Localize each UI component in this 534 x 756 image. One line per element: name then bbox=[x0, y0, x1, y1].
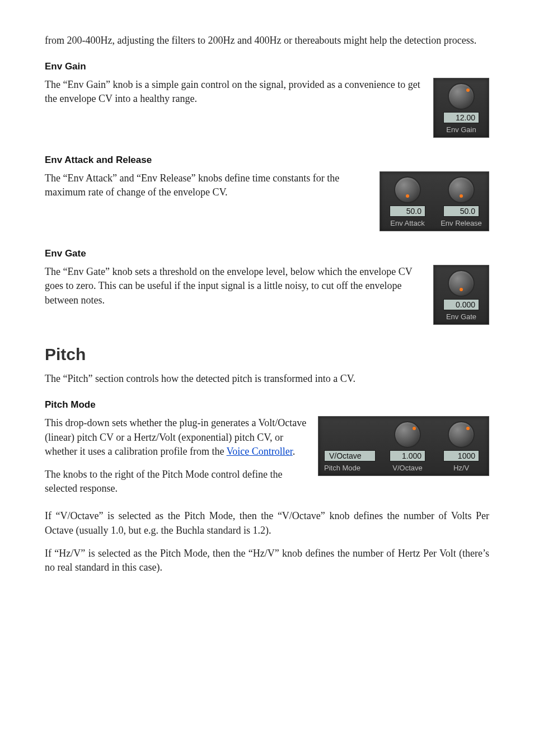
knob-indicator-icon bbox=[406, 194, 409, 198]
env-ar-heading: Env Attack and Release bbox=[45, 155, 489, 166]
pitch-mode-p1b: . bbox=[293, 446, 296, 457]
intro-paragraph: from 200-400Hz, adjusting the filters to… bbox=[45, 34, 489, 48]
env-gain-heading: Env Gain bbox=[45, 61, 489, 72]
env-ar-block: 50.0 Env Attack 50.0 Env Release The “En… bbox=[45, 171, 489, 235]
voice-controller-link[interactable]: Voice Controller bbox=[227, 446, 293, 457]
env-gain-value[interactable]: 12.00 bbox=[443, 112, 479, 123]
pitch-mode-col: V/Octave Pitch Mode bbox=[324, 423, 376, 472]
env-gate-value[interactable]: 0.000 bbox=[443, 299, 479, 310]
env-gain-text: The “Env Gain” knob is a simple gain con… bbox=[45, 78, 489, 106]
env-gain-knob[interactable] bbox=[448, 83, 475, 110]
hz-v-knob[interactable] bbox=[448, 421, 475, 448]
env-gate-text: The “Env Gate” knob sets a threshold on … bbox=[45, 265, 489, 307]
env-attack-value[interactable]: 50.0 bbox=[390, 206, 425, 217]
pitch-mode-widget: V/Octave Pitch Mode 1.000 V/Octave 1000 … bbox=[318, 416, 489, 476]
env-gain-knob-col: 12.00 Env Gain bbox=[439, 83, 483, 134]
env-gain-block: 12.00 Env Gain The “Env Gain” knob is a … bbox=[45, 78, 489, 141]
env-release-value[interactable]: 50.0 bbox=[443, 206, 479, 217]
knob-indicator-icon bbox=[460, 288, 463, 291]
env-gain-widget: 12.00 Env Gain bbox=[433, 78, 489, 138]
env-release-knob[interactable] bbox=[448, 176, 475, 203]
env-ar-widget: 50.0 Env Attack 50.0 Env Release bbox=[380, 171, 489, 231]
env-gain-label: Env Gain bbox=[446, 125, 476, 134]
env-gate-col: 0.000 Env Gate bbox=[439, 270, 483, 321]
pitch-heading: Pitch bbox=[45, 345, 489, 364]
pitch-mode-dropdown[interactable]: V/Octave bbox=[324, 450, 376, 461]
env-gate-label: Env Gate bbox=[446, 312, 476, 321]
hz-v-label: Hz/V bbox=[453, 464, 469, 472]
document-page: from 200-400Hz, adjusting the filters to… bbox=[0, 0, 534, 756]
env-release-label: Env Release bbox=[441, 219, 482, 227]
env-gate-heading: Env Gate bbox=[45, 248, 489, 259]
pitch-mode-block: V/Octave Pitch Mode 1.000 V/Octave 1000 … bbox=[45, 416, 489, 505]
pitch-mode-heading: Pitch Mode bbox=[45, 399, 489, 410]
knob-indicator-icon bbox=[466, 88, 470, 92]
pitch-mode-p3: If “V/Octave” is selected as the Pitch M… bbox=[45, 509, 489, 537]
v-octave-value[interactable]: 1.000 bbox=[390, 450, 425, 461]
v-octave-col: 1.000 V/Octave bbox=[386, 421, 429, 472]
pitch-intro: The “Pitch” section controls how the det… bbox=[45, 372, 489, 386]
env-attack-col: 50.0 Env Attack bbox=[386, 176, 429, 227]
pitch-mode-label: Pitch Mode bbox=[324, 464, 360, 472]
env-release-col: 50.0 Env Release bbox=[439, 176, 483, 227]
hz-v-value[interactable]: 1000 bbox=[443, 450, 479, 461]
env-attack-label: Env Attack bbox=[390, 219, 424, 227]
v-octave-knob[interactable] bbox=[394, 421, 421, 448]
knob-indicator-icon bbox=[466, 427, 470, 430]
hz-v-col: 1000 Hz/V bbox=[439, 421, 483, 472]
env-gate-knob[interactable] bbox=[448, 270, 475, 297]
pitch-mode-p4: If “Hz/V” is selected as the Pitch Mode,… bbox=[45, 547, 489, 575]
knob-indicator-icon bbox=[460, 194, 463, 198]
env-gate-widget: 0.000 Env Gate bbox=[433, 265, 489, 325]
env-gate-block: 0.000 Env Gate The “Env Gate” knob sets … bbox=[45, 265, 489, 328]
env-attack-knob[interactable] bbox=[394, 176, 421, 203]
v-octave-label: V/Octave bbox=[392, 464, 422, 472]
knob-indicator-icon bbox=[413, 427, 416, 430]
